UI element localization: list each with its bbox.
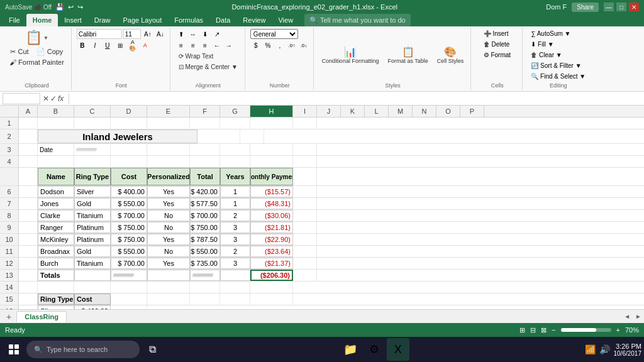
file-explorer-btn[interactable]: 📁 [339,338,362,361]
cell-d3[interactable] [111,144,147,155]
cell-g1[interactable] [220,118,250,129]
cell-h14[interactable] [250,282,293,293]
cell-b-mckinley[interactable]: McKinley [38,234,74,245]
comma-btn[interactable]: , [274,40,286,50]
cancel-formula-btn[interactable]: ✕ [43,94,49,103]
cell-e-clarke[interactable]: No [147,210,190,221]
cell-e-totals[interactable] [147,270,190,281]
cell-g-mckinley[interactable]: 3 [220,234,250,245]
tab-file[interactable]: File [3,14,26,26]
cell-i4[interactable] [293,156,317,167]
number-format-select[interactable]: General [250,29,298,39]
cell-f5-header[interactable]: Total [190,168,220,185]
tab-view[interactable]: View [272,14,299,26]
border-btn[interactable]: ⊞ [114,40,126,50]
cell-b-clarke[interactable]: Clarke [38,210,74,221]
format-painter-btn[interactable]: 🖌 Format Painter [6,57,67,67]
cell-title[interactable]: Inland Jewelers [38,129,197,143]
cell-h4[interactable] [250,156,293,167]
cell-e-burch[interactable]: Yes [147,258,190,269]
format-as-table-btn[interactable]: 📋 Format as Table [384,44,431,66]
col-header-g[interactable]: G [220,106,250,117]
cell-b-burch[interactable]: Burch [38,258,74,269]
font-name-input[interactable] [77,29,122,39]
cell-e14[interactable] [147,282,190,293]
cell-d-clarke[interactable]: $ 700.00 [111,210,147,221]
align-center-btn[interactable]: ≡ [187,40,199,50]
percent-btn[interactable]: % [262,40,274,50]
cell-i5h[interactable] [293,168,317,185]
conditional-formatting-btn[interactable]: 📊 Conditional Formatting [319,44,382,66]
cell-d-ranger[interactable]: $ 750.00 [111,222,147,233]
view-layout-btn[interactable]: ⊟ [530,326,536,334]
cell-g14[interactable] [220,282,250,293]
cell-b-jones[interactable]: Jones [38,198,74,209]
cell-d5-header[interactable]: Cost [111,168,147,185]
cell-b16-silver[interactable]: Silver [38,305,74,309]
currency-btn[interactable]: $ [250,40,262,50]
cell-i1[interactable] [293,118,317,129]
quick-save-btn[interactable]: 💾 [55,3,64,11]
cell-a15[interactable] [19,293,38,305]
cell-d-dodson[interactable]: $ 400.00 [111,186,147,197]
cell-g3[interactable] [220,144,250,155]
cell-c1[interactable] [74,118,111,129]
cell-h-clarke[interactable]: ($30.06) [250,210,293,221]
volume-icon[interactable]: 🔊 [599,344,610,354]
cell-f-ranger[interactable]: $ 750.00 [190,222,220,233]
scroll-sheet-right[interactable]: ► [635,313,641,320]
cell-i-mckinley[interactable] [293,234,317,245]
cell-f-totals[interactable]: ######## [190,270,220,281]
cell-f15[interactable] [190,293,220,305]
cell-h-broadnax[interactable]: ($23.64) [250,246,293,257]
cell-g-broadnax[interactable]: 2 [220,246,250,257]
cell-d14[interactable] [111,282,147,293]
decrease-decimal-btn[interactable]: .0↓ [298,40,309,50]
tab-data[interactable]: Data [209,14,236,26]
cell-d15[interactable] [111,293,147,305]
cell-e3[interactable] [147,144,190,155]
underline-btn[interactable]: U [102,40,113,50]
col-header-o[interactable]: O [436,106,460,117]
col-header-e[interactable]: E [147,106,190,117]
cell-f-burch[interactable]: $ 735.00 [190,258,220,269]
cell-i3[interactable] [293,144,317,155]
col-header-i[interactable]: I [293,106,317,117]
minimize-btn[interactable]: — [604,3,614,11]
cell-d-burch[interactable]: $ 700.00 [111,258,147,269]
cell-b1[interactable] [38,118,74,129]
cell-d-mckinley[interactable]: $ 750.00 [111,234,147,245]
scroll-sheet-left[interactable]: ◄ [624,313,630,320]
bold-btn[interactable]: B [77,40,88,50]
close-btn[interactable]: ✕ [629,3,639,11]
cell-f-clarke[interactable]: $ 700.00 [190,210,220,221]
cell-b3[interactable]: Date [38,144,74,155]
cell-g-clarke[interactable]: 2 [220,210,250,221]
cell-f-dodson[interactable]: $ 420.00 [190,186,220,197]
cell-d-jones[interactable]: $ 550.00 [111,198,147,209]
clear-btn[interactable]: 🗑 Clear ▼ [528,50,565,60]
redo-btn[interactable]: ↪ [77,3,83,11]
fill-color-btn[interactable]: A🎨 [127,40,138,50]
excel-taskbar-btn[interactable]: X [387,338,409,361]
start-btn[interactable] [3,338,25,361]
cell-a-totals[interactable] [19,270,38,281]
cell-e-broadnax[interactable]: No [147,246,190,257]
cell-a3[interactable] [19,144,38,155]
zoom-level[interactable]: 70% [625,326,639,334]
col-header-l[interactable]: L [365,106,389,117]
align-bottom-btn[interactable]: ⬇ [199,29,211,39]
cell-i-totals[interactable] [293,270,317,281]
autosum-btn[interactable]: ∑ AutoSum ▼ [528,29,574,38]
cell-a5h[interactable] [19,168,38,185]
format-cells-btn[interactable]: ⚙Format [480,50,514,60]
cell-styles-btn[interactable]: 🎨 Cell Styles [434,44,467,66]
insert-function-btn[interactable]: fx [58,94,64,103]
cell-e-dodson[interactable]: Yes [147,186,190,197]
col-header-h[interactable]: H [250,106,293,117]
clock[interactable]: 3:26 PM 10/6/2017 [614,343,642,357]
cell-a-mckinley[interactable] [19,234,38,245]
cell-a1[interactable] [19,118,38,129]
cell-h-burch[interactable]: ($21.37) [250,258,293,269]
font-color-btn[interactable]: A [140,40,151,50]
